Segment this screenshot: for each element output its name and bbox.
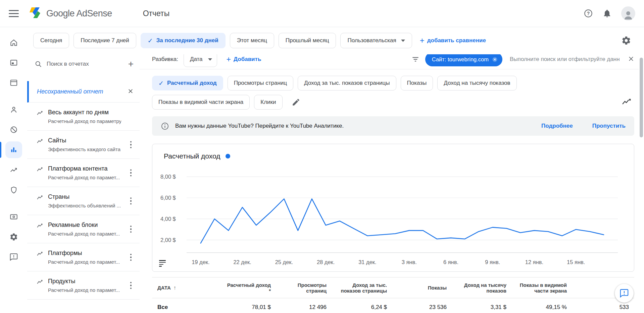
- info-icon: [161, 122, 169, 130]
- hide-chart-icon[interactable]: [622, 97, 632, 107]
- report-item-subtitle: Расчетный доход по парамет...: [48, 175, 120, 180]
- plus-icon: +: [420, 36, 425, 45]
- report-item[interactable]: ПродуктыРасчетный доход по парамет...: [27, 271, 140, 300]
- rail-item-policy-center[interactable]: [0, 180, 27, 200]
- feedback-fab[interactable]: [615, 284, 634, 303]
- ads-icon: [5, 54, 22, 71]
- column-header-6[interactable]: Доход на тысячу показов: [452, 277, 512, 298]
- notifications-icon[interactable]: [602, 9, 612, 18]
- scrollbar-thumb[interactable]: [640, 58, 643, 137]
- column-header-5[interactable]: Показы: [392, 277, 452, 298]
- reports-search[interactable]: +: [27, 54, 140, 74]
- report-item[interactable]: Рекламные блокиРасчетный доход по параме…: [27, 215, 140, 243]
- rail-item-settings[interactable]: [0, 227, 27, 247]
- active-filter-chip[interactable]: Сайт: tourwebring.com: [425, 54, 502, 66]
- clear-filters-icon[interactable]: [628, 56, 634, 63]
- date-chip-3[interactable]: ✓За последние 30 дней: [141, 33, 226, 48]
- metric-chip-4[interactable]: Показы: [401, 76, 433, 90]
- metric-chip-5[interactable]: Доход на тысячу показов: [437, 76, 516, 90]
- metric-row-1: ✓Расчетный доходПросмотры страницДоход з…: [152, 76, 634, 90]
- date-chip-4[interactable]: Этот месяц: [230, 33, 274, 48]
- svg-text:8,00 $: 8,00 $: [160, 174, 176, 180]
- remove-filter-icon[interactable]: [492, 57, 498, 62]
- metric-chip-6[interactable]: Показы в видимой части экрана: [152, 95, 250, 110]
- report-item-title: Сайты: [48, 137, 120, 144]
- date-chip-2[interactable]: Последние 7 дней: [73, 33, 136, 48]
- chart-title: Расчетный доход: [164, 152, 220, 160]
- sites-icon: [5, 74, 22, 91]
- adsense-logo[interactable]: Google AdSense: [28, 7, 112, 20]
- svg-text:2,00 $: 2,00 $: [160, 237, 176, 243]
- add-breakdown-button[interactable]: + Добавить: [227, 55, 261, 64]
- metric-chip-2[interactable]: Просмотры страниц: [228, 76, 293, 90]
- date-chip-6[interactable]: Пользовательская: [340, 33, 412, 48]
- filter-search-input[interactable]: [510, 56, 628, 63]
- menu-icon[interactable]: [9, 10, 19, 17]
- dimension-chip[interactable]: Дата: [184, 54, 217, 67]
- svg-text:25 дек.: 25 дек.: [275, 259, 293, 265]
- avatar[interactable]: [621, 6, 635, 20]
- column-header-3[interactable]: Просмотры страниц: [276, 277, 332, 298]
- column-header-1[interactable]: ДАТА↑: [152, 277, 219, 298]
- rail-item-ads[interactable]: [0, 53, 27, 73]
- report-item-subtitle: Эффективность объявлений ...: [48, 203, 121, 208]
- rail-item-account[interactable]: [0, 100, 27, 120]
- report-item[interactable]: Весь аккаунт по днямРасчетный доход по п…: [27, 103, 140, 131]
- rail-item-feedback[interactable]: [0, 247, 27, 267]
- more-options-icon[interactable]: [128, 280, 134, 291]
- metric-chip-3[interactable]: Доход за тыс. показов страницы: [298, 76, 396, 90]
- report-settings-gear-icon[interactable]: [621, 36, 631, 46]
- more-options-icon[interactable]: [128, 139, 134, 150]
- rail-item-blocking-controls[interactable]: [0, 120, 27, 140]
- metric-chip-area: ✓Расчетный доходПросмотры страницДоход з…: [152, 69, 634, 110]
- help-icon[interactable]: ?: [584, 9, 593, 18]
- column-header-4[interactable]: Доход за тыс. показов страницы: [332, 277, 392, 298]
- report-item-title: Платформы: [48, 250, 120, 257]
- date-chip-1[interactable]: Сегодня: [33, 33, 69, 48]
- table-header-row: ДАТА↑Расчетный доход *Просмотры страницД…: [152, 277, 634, 298]
- series-legend-dot: [226, 154, 230, 159]
- policy-center-icon: [5, 182, 22, 198]
- rail-item-payments[interactable]: [0, 207, 27, 227]
- metric-row-2: Показы в видимой части экранаКлики: [152, 95, 634, 110]
- report-item[interactable]: Платформа контентаРасчетный доход по пар…: [27, 159, 140, 187]
- chart-table-toggle-icon[interactable]: [159, 260, 167, 267]
- unsaved-report-row[interactable]: Несохраненный отчет: [27, 81, 140, 103]
- edit-metrics-icon[interactable]: [292, 98, 300, 107]
- more-options-icon[interactable]: [128, 195, 134, 207]
- metric-chip-7[interactable]: Клики: [254, 95, 282, 110]
- rail-item-reports[interactable]: [0, 140, 27, 160]
- report-item-title: Страны: [48, 193, 121, 200]
- more-options-icon[interactable]: [128, 252, 134, 263]
- column-header-2[interactable]: Расчетный доход *: [219, 277, 276, 298]
- report-item[interactable]: ПлатформыРасчетный доход по парамет...: [27, 243, 140, 271]
- date-chip-5[interactable]: Прошлый месяц: [279, 33, 336, 48]
- add-comparison-button[interactable]: + добавить сравнение: [420, 36, 486, 45]
- vertical-scrollbar[interactable]: [639, 50, 644, 313]
- plus-icon: +: [227, 55, 231, 64]
- estimated-earnings-chart[interactable]: 8,00 $6,00 $4,00 $2,00 $19 дек.22 дек.25…: [160, 164, 627, 268]
- rail-item-optimization[interactable]: [0, 160, 27, 180]
- report-item[interactable]: СтраныЭффективность объявлений ...: [27, 187, 140, 215]
- report-trend-icon: [37, 166, 44, 173]
- svg-text:6,00 $: 6,00 $: [160, 195, 176, 201]
- svg-text:12 янв.: 12 янв.: [525, 259, 543, 265]
- report-item-title: Весь аккаунт по дням: [48, 109, 121, 116]
- metric-chip-1[interactable]: ✓Расчетный доход: [152, 76, 223, 90]
- reports-icon: [5, 141, 22, 158]
- home-icon: [5, 34, 22, 51]
- create-report-icon[interactable]: +: [128, 59, 134, 69]
- banner-more-button[interactable]: Подробнее: [541, 123, 573, 129]
- more-options-icon[interactable]: [128, 224, 134, 235]
- report-item[interactable]: СайтыЭффективность каждого сайта: [27, 131, 140, 159]
- close-unsaved-icon[interactable]: [128, 88, 134, 96]
- reports-search-input[interactable]: [47, 61, 123, 67]
- rail-item-sites[interactable]: [0, 73, 27, 93]
- rail-item-home[interactable]: [0, 33, 27, 53]
- banner-skip-button[interactable]: Пропустить: [592, 123, 626, 129]
- column-header-7[interactable]: Показы в видимой части экрана: [512, 277, 572, 298]
- filter-list-icon[interactable]: [411, 55, 420, 64]
- svg-text:?: ?: [587, 11, 590, 16]
- unsaved-report-label: Несохраненный отчет: [37, 88, 128, 95]
- more-options-icon[interactable]: [128, 167, 134, 179]
